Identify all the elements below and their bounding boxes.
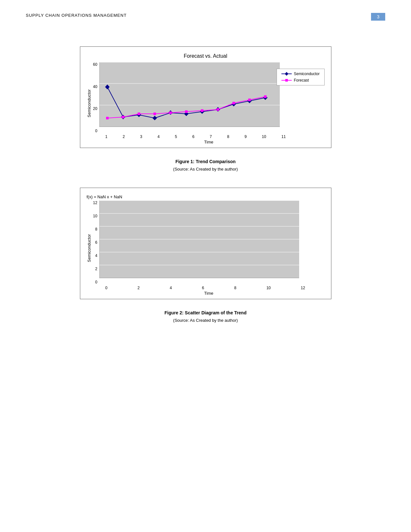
- svg-rect-27: [264, 95, 267, 98]
- chart2-svg: [99, 201, 299, 284]
- page-header: SUPPLY CHAIN OPERATIONS MANAGEMENT 3: [26, 13, 385, 21]
- chart1-area: Semiconductor 60 40 20 0: [87, 62, 325, 144]
- chart1-y-ticks: 60 40 20 0: [93, 62, 99, 133]
- chart2-inner: 12 10 8 6 4 2 0: [93, 201, 325, 296]
- chart1-x-label: Time: [93, 140, 325, 144]
- page-number: 3: [371, 13, 385, 21]
- chart2-container: f(x) = NaN x + NaN Semiconductor 12 10 8…: [80, 188, 331, 299]
- chart2-caption: Figure 2: Scatter Diagram of the Trend: [164, 310, 246, 315]
- svg-rect-26: [248, 99, 251, 101]
- y-tick: 0: [93, 129, 97, 133]
- chart1-wrapper: Forecast vs. Actual Semiconductor 60 40 …: [26, 46, 385, 184]
- chart1-title: Forecast vs. Actual: [87, 53, 325, 59]
- chart1-source: (Source: As Created by the author): [173, 167, 238, 172]
- svg-rect-20: [153, 113, 156, 115]
- svg-rect-24: [217, 108, 219, 111]
- y-tick: 60: [93, 62, 97, 67]
- svg-rect-21: [169, 112, 172, 114]
- y-tick: 20: [93, 106, 97, 111]
- document-title: SUPPLY CHAIN OPERATIONS MANAGEMENT: [26, 13, 127, 18]
- chart1-svg-container: Semiconductor Forecast: [99, 62, 325, 133]
- chart2-x-label: Time: [93, 291, 325, 296]
- chart1-caption: Figure 1: Trend Comparison: [175, 159, 236, 164]
- chart1-inner: 60 40 20 0: [93, 62, 325, 144]
- chart2-formula: f(x) = NaN x + NaN: [87, 194, 325, 199]
- chart2-source: (Source: As Created by the author): [173, 318, 238, 323]
- svg-rect-22: [185, 110, 188, 113]
- legend-label-semiconductor: Semiconductor: [294, 72, 319, 76]
- legend-label-forecast: Forecast: [294, 78, 309, 83]
- chart1-container: Forecast vs. Actual Semiconductor 60 40 …: [80, 46, 331, 148]
- svg-rect-18: [122, 116, 124, 118]
- chart1-y-label: Semiconductor: [87, 62, 92, 144]
- legend-item-semiconductor: Semiconductor: [281, 72, 319, 76]
- legend-item-forecast: Forecast: [281, 78, 319, 83]
- chart2-area: Semiconductor 12 10 8 6 4 2 0: [87, 201, 325, 296]
- svg-rect-23: [201, 109, 203, 112]
- chart1-x-ticks: 1 2 3 4 5 6 7 8 9 10 11: [105, 134, 286, 139]
- chart2-y-ticks: 12 10 8 6 4 2 0: [93, 201, 99, 284]
- chart2-y-label: Semiconductor: [87, 201, 92, 296]
- svg-rect-25: [232, 102, 235, 104]
- chart2-plot-area: 12 10 8 6 4 2 0: [93, 201, 325, 284]
- chart1-plot-area: 60 40 20 0: [93, 62, 325, 133]
- svg-rect-19: [138, 113, 140, 115]
- chart1-legend: Semiconductor Forecast: [277, 69, 324, 85]
- svg-rect-17: [106, 117, 109, 119]
- y-tick: 40: [93, 84, 97, 89]
- chart2-x-ticks: 0 2 4 6 8 10 12: [105, 286, 305, 290]
- chart1-svg: [99, 62, 280, 133]
- chart2-wrapper: f(x) = NaN x + NaN Semiconductor 12 10 8…: [26, 188, 385, 336]
- svg-rect-0: [99, 62, 280, 127]
